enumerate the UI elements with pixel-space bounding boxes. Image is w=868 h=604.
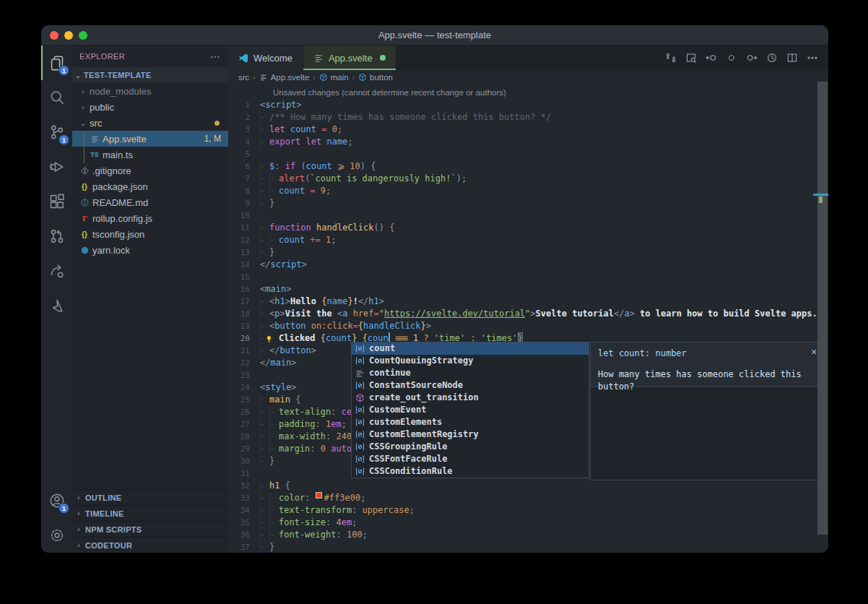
activity-spacer bbox=[41, 323, 72, 483]
breadcrumb-item-src[interactable]: src bbox=[238, 73, 249, 82]
suggest-item-constantsourcenode[interactable]: ConstantSourceNode bbox=[352, 379, 589, 392]
file-label: .gitignore bbox=[92, 165, 131, 176]
activity-item-run-debug[interactable] bbox=[41, 150, 72, 184]
indent-whitespace: → bbox=[260, 517, 269, 529]
code-token: style bbox=[265, 381, 291, 394]
compare-changes-button[interactable] bbox=[662, 49, 680, 66]
sidebar-section-codetour[interactable]: ›CODETOUR bbox=[72, 537, 228, 553]
suggest-label: CSSFontFaceRule bbox=[369, 453, 447, 465]
title-bar[interactable]: App.svelte — test-template bbox=[41, 25, 828, 46]
suggest-item-create_out_transition[interactable]: create_out_transition bbox=[352, 392, 589, 404]
close-icon[interactable]: ✕ bbox=[811, 345, 817, 358]
code-line-32: 32→h1 { bbox=[228, 480, 828, 492]
tab-app-svelte[interactable]: App.svelte bbox=[303, 46, 396, 70]
activity-badge: 1 bbox=[58, 65, 69, 76]
next-change-icon bbox=[746, 52, 758, 64]
file-tree-item-public[interactable]: ›public bbox=[72, 99, 228, 115]
suggest-label: ConstantSourceNode bbox=[369, 379, 463, 392]
code-line-4: 4→export let name; bbox=[228, 136, 828, 148]
indent-whitespace: → bbox=[260, 541, 269, 553]
chevron-right-icon: › bbox=[78, 87, 88, 95]
code-editor[interactable]: Unsaved changes (cannot determine recent… bbox=[228, 85, 828, 553]
breadcrumb-item-main[interactable]: main bbox=[319, 73, 349, 82]
file-tree-item-src[interactable]: ⌄src bbox=[72, 115, 228, 131]
editor-scrollbar[interactable] bbox=[817, 82, 828, 553]
explorer-more-actions-icon[interactable]: ⋯ bbox=[210, 51, 221, 62]
suggest-item-continue[interactable]: continue bbox=[352, 367, 589, 379]
code-token: 0 bbox=[321, 443, 326, 455]
sidebar-section-outline[interactable]: ›OUTLINE bbox=[72, 489, 228, 505]
close-window-button[interactable] bbox=[50, 31, 58, 40]
symbol-variable-icon bbox=[355, 343, 365, 354]
suggest-item-countqueuingstrategy[interactable]: CountQueuingStrategy bbox=[352, 355, 589, 367]
code-line-16: 16<main> bbox=[228, 283, 828, 295]
file-tree-item-package-json[interactable]: {}package.json bbox=[72, 178, 228, 194]
open-preview-button[interactable] bbox=[682, 49, 700, 66]
symbol-variable-icon bbox=[355, 441, 365, 452]
next-change-button[interactable] bbox=[743, 49, 760, 66]
activity-item-source-control[interactable]: 1 bbox=[41, 115, 72, 150]
activity-item-explorer[interactable]: 1 bbox=[41, 46, 72, 80]
file-tree-item-app-svelte[interactable]: App.svelte1, M bbox=[72, 131, 228, 147]
file-tree-item-tsconfig-json[interactable]: {}tsconfig.json bbox=[72, 226, 228, 242]
tab-welcome[interactable]: Welcome bbox=[228, 46, 303, 70]
more-actions-button[interactable] bbox=[804, 49, 821, 66]
file-tree-item--gitignore[interactable]: .gitignore bbox=[72, 163, 228, 178]
file-label: package.json bbox=[92, 181, 148, 192]
sidebar-section-npm-scripts[interactable]: ›NPM SCRIPTS bbox=[72, 521, 228, 537]
suggest-item-count[interactable]: count bbox=[352, 342, 589, 355]
code-token: { bbox=[358, 320, 363, 332]
breadcrumb-item-app-svelte[interactable]: App.svelte bbox=[259, 73, 310, 82]
file-tree-item-readme-md[interactable]: README.md bbox=[72, 194, 228, 210]
activity-item-accounts[interactable]: 1 bbox=[41, 483, 72, 518]
code-token bbox=[300, 136, 305, 148]
minimize-window-button[interactable] bbox=[64, 31, 73, 40]
suggest-item-cssgroupingrule[interactable]: CSSGroupingRule bbox=[352, 441, 589, 453]
line-number: 32 bbox=[228, 480, 260, 492]
suggest-item-cssconditionrule[interactable]: CSSConditionRule bbox=[352, 465, 589, 478]
suggest-item-customelements[interactable]: customElements bbox=[352, 416, 589, 428]
file-tree-item-main-ts[interactable]: TSmain.ts bbox=[72, 147, 228, 163]
suggest-item-cssfontfacerule[interactable]: CSSFontFaceRule bbox=[352, 453, 589, 465]
symbol-keyword-icon bbox=[355, 368, 365, 379]
activity-item-search[interactable] bbox=[41, 80, 72, 115]
zoom-window-button[interactable] bbox=[79, 31, 87, 40]
breadcrumb-item-button[interactable]: button bbox=[358, 73, 393, 82]
code-line-18: 18→<p>Visit the <a href="https://svelte.… bbox=[228, 308, 828, 320]
gitlens-blame-annotation: Unsaved changes (cannot determine recent… bbox=[228, 87, 828, 99]
indent-whitespace: → bbox=[260, 320, 269, 332]
breadcrumb[interactable]: src›App.svelte›main›button bbox=[228, 70, 828, 85]
activity-item-settings-gear[interactable] bbox=[41, 518, 72, 553]
line-number: 6 bbox=[228, 160, 260, 173]
sidebar-section-timeline[interactable]: ›TIMELINE bbox=[72, 505, 228, 521]
code-token bbox=[311, 222, 316, 234]
line-number: 18 bbox=[228, 308, 260, 320]
activity-item-azure[interactable] bbox=[41, 288, 72, 323]
split-editor-button[interactable] bbox=[784, 49, 801, 66]
lightbulb-icon[interactable] bbox=[264, 334, 274, 343]
chevron-down-icon: ⌄ bbox=[78, 119, 88, 127]
code-token: > bbox=[285, 295, 290, 308]
file-history-button[interactable] bbox=[763, 49, 781, 66]
suggest-item-customevent[interactable]: CustomEvent bbox=[352, 404, 589, 416]
activity-item-github-pull-request[interactable] bbox=[41, 219, 72, 254]
workspace-root-folder[interactable]: ⌄ TEST-TEMPLATE bbox=[72, 67, 228, 83]
file-tree-item-node-modules[interactable]: ›node_modules bbox=[72, 83, 228, 99]
code-token: Hello bbox=[290, 295, 321, 308]
code-token: name bbox=[327, 136, 348, 148]
previous-change-button[interactable] bbox=[703, 49, 720, 66]
activity-item-live-share[interactable] bbox=[41, 254, 72, 288]
suggest-label: count bbox=[369, 342, 395, 355]
scrollbar-slider[interactable] bbox=[817, 82, 828, 535]
suggest-label: CSSGroupingRule bbox=[369, 441, 447, 453]
file-tree-item-rollup-config-js[interactable]: rrollup.config.js bbox=[72, 210, 228, 226]
code-token: ( bbox=[305, 173, 310, 185]
suggest-label: CSSConditionRule bbox=[369, 465, 453, 478]
suggest-item-customelementregistry[interactable]: CustomElementRegistry bbox=[352, 428, 589, 441]
file-tree-item-yarn-lock[interactable]: yarn.lock bbox=[72, 242, 228, 258]
indent-whitespace: → bbox=[260, 222, 269, 234]
code-token: < bbox=[269, 320, 274, 332]
toggle-changes-button[interactable] bbox=[723, 49, 740, 66]
activity-item-extensions[interactable] bbox=[41, 184, 72, 219]
cube-icon bbox=[358, 73, 367, 82]
